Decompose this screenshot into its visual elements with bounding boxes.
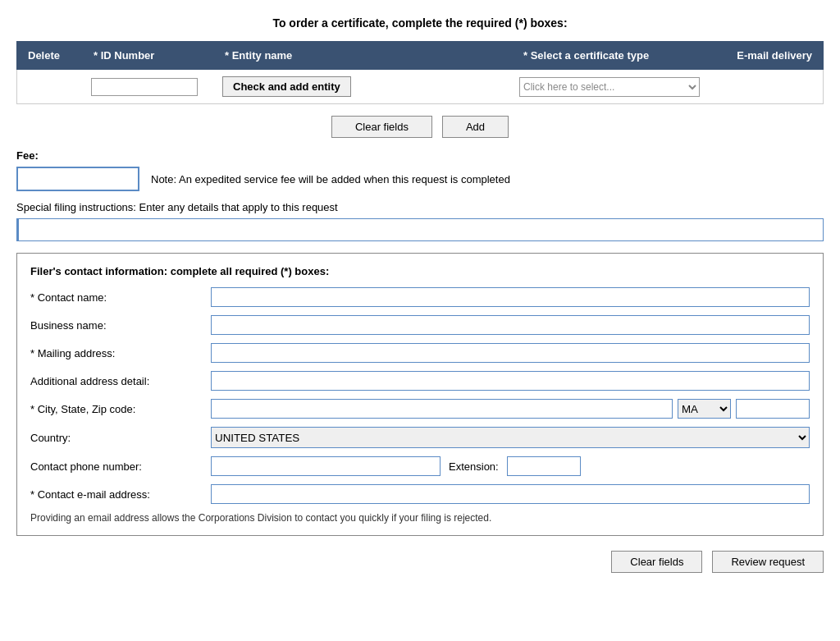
business-name-label: Business name: [30, 319, 211, 332]
cert-type-cell: Click here to select... [519, 77, 733, 97]
city-state-zip-label: * City, State, Zip code: [30, 403, 211, 415]
col-delete: Delete [25, 48, 90, 63]
special-filing-input[interactable] [16, 218, 824, 241]
special-filing-label: Special filing instructions: Enter any d… [16, 201, 824, 213]
state-select[interactable]: MA [678, 399, 731, 419]
filer-contact-box: Filer's contact information: complete al… [16, 253, 824, 536]
special-filing-section: Special filing instructions: Enter any d… [16, 201, 824, 241]
filer-title: Filer's contact information: complete al… [30, 265, 810, 277]
country-select[interactable]: UNITED STATES [211, 427, 810, 448]
additional-address-row: Additional address detail: [30, 371, 810, 391]
bottom-buttons: Clear fields Review request [16, 551, 824, 573]
city-state-zip-group: MA [211, 399, 810, 419]
entity-name-cell: Check and add entity [222, 76, 519, 97]
business-name-row: Business name: [30, 315, 810, 335]
fee-row: Note: An expedited service fee will be a… [16, 167, 824, 191]
phone-group: Extension: [211, 456, 810, 476]
additional-address-input[interactable] [211, 371, 810, 391]
cert-type-select[interactable]: Click here to select... [519, 77, 700, 97]
country-label: Country: [30, 432, 211, 444]
fee-section: Fee: Note: An expedited service fee will… [16, 149, 824, 191]
bottom-clear-fields-button[interactable]: Clear fields [611, 551, 702, 573]
id-number-cell [91, 78, 222, 96]
col-cert-type: * Select a certificate type [520, 48, 733, 63]
review-request-button[interactable]: Review request [712, 551, 824, 573]
fee-label: Fee: [16, 149, 824, 162]
extension-label: Extension: [449, 460, 499, 473]
zip-input[interactable] [736, 399, 810, 419]
fee-input[interactable] [16, 167, 139, 191]
table-row: Check and add entity Click here to selec… [16, 70, 824, 104]
contact-name-row: * Contact name: [30, 287, 810, 307]
id-number-input[interactable] [91, 78, 198, 96]
filer-note: Providing an email address allows the Co… [30, 512, 810, 524]
table-header: Delete * ID Number * Entity name * Selec… [16, 41, 824, 70]
business-name-input[interactable] [211, 315, 810, 335]
email-input[interactable] [211, 484, 810, 504]
action-buttons: Clear fields Add [16, 116, 824, 138]
city-input[interactable] [211, 399, 673, 419]
additional-address-label: Additional address detail: [30, 375, 211, 387]
mailing-address-label: * Mailing address: [30, 347, 211, 359]
email-row: * Contact e-mail address: [30, 484, 810, 504]
contact-name-label: * Contact name: [30, 291, 211, 304]
contact-name-input[interactable] [211, 287, 810, 307]
city-state-zip-row: * City, State, Zip code: MA [30, 399, 810, 419]
mailing-address-row: * Mailing address: [30, 343, 810, 363]
col-entity-name: * Entity name [221, 48, 520, 63]
phone-input[interactable] [211, 456, 441, 476]
mailing-address-input[interactable] [211, 343, 810, 363]
extension-input[interactable] [507, 456, 581, 476]
col-id-number: * ID Number [90, 48, 221, 63]
add-button[interactable]: Add [442, 116, 509, 138]
clear-fields-button[interactable]: Clear fields [331, 116, 432, 138]
email-label: * Contact e-mail address: [30, 488, 211, 501]
fee-note: Note: An expedited service fee will be a… [151, 173, 510, 185]
country-row: Country: UNITED STATES [30, 427, 810, 448]
col-email-delivery: E-mail delivery [733, 48, 815, 63]
special-filing-description: Enter any details that apply to this req… [139, 201, 338, 213]
check-entity-button[interactable]: Check and add entity [222, 76, 351, 97]
phone-row: Contact phone number: Extension: [30, 456, 810, 476]
page-title: To order a certificate, complete the req… [16, 16, 824, 30]
phone-label: Contact phone number: [30, 460, 211, 473]
